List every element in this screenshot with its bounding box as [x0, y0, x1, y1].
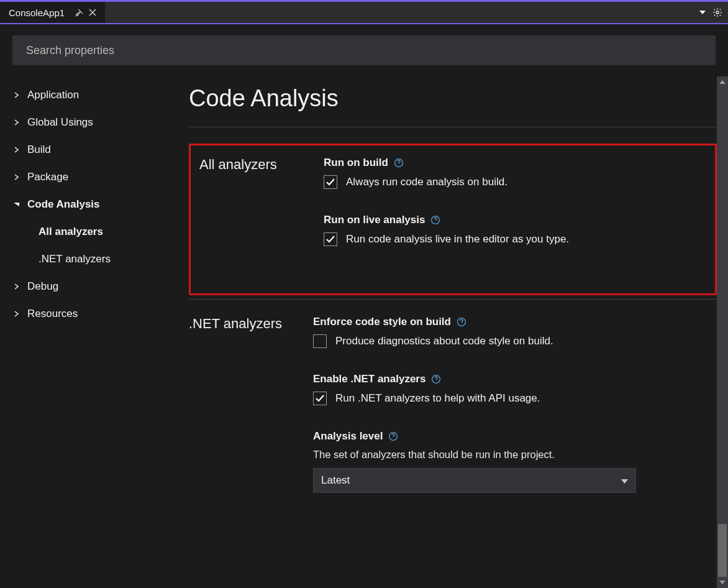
chevron-right-icon	[12, 92, 21, 98]
sidebar-item-label: Build	[27, 144, 51, 156]
field-enable-net: Enable .NET analyzers Run .NET analyzers…	[313, 373, 698, 405]
select-value: Latest	[321, 474, 350, 487]
checkbox-label: Run .NET analyzers to help with API usag…	[335, 392, 540, 405]
help-icon[interactable]	[430, 214, 441, 226]
sidebar-item-label: Code Analysis	[27, 198, 100, 211]
chevron-down-icon	[621, 474, 628, 487]
sidebar-item-label: Debug	[27, 280, 58, 293]
sidebar-subitem-all-analyzers[interactable]: All analyzers	[12, 218, 186, 246]
divider	[189, 299, 717, 300]
checkbox-label: Always run code analysis on build.	[346, 176, 507, 188]
checkbox-label: Produce diagnostics about code style on …	[335, 335, 553, 347]
close-icon[interactable]	[87, 7, 98, 18]
sidebar-item-label: Package	[27, 171, 68, 183]
main-panel: Code Analysis All analyzers Run on build	[186, 76, 728, 588]
section-heading-all-analyzers: All analyzers	[199, 157, 324, 252]
sidebar-item-code-analysis[interactable]: Code Analysis	[12, 191, 186, 218]
checkbox-run-on-live[interactable]	[324, 232, 337, 246]
sidebar-item-label: .NET analyzers	[39, 253, 111, 265]
help-icon[interactable]	[388, 431, 399, 442]
chevron-right-icon	[12, 311, 21, 317]
dropdown-icon[interactable]	[696, 6, 709, 19]
sidebar-item-debug[interactable]: Debug	[12, 273, 186, 300]
checkbox-run-on-build[interactable]	[324, 175, 337, 189]
chevron-down-icon	[12, 202, 21, 207]
field-title: Run on live analysis	[324, 214, 425, 226]
tab-bar: ConsoleApp1	[0, 2, 728, 23]
select-analysis-level[interactable]: Latest	[313, 468, 636, 493]
field-analysis-level: Analysis level The set of analyzers that…	[313, 430, 698, 493]
chevron-right-icon	[12, 283, 21, 290]
sidebar-item-resources[interactable]: Resources	[12, 300, 186, 328]
sidebar: Application Global Usings Build Package …	[0, 76, 186, 588]
search-input[interactable]	[12, 35, 716, 65]
field-title: Analysis level	[313, 430, 383, 443]
checkbox-enable-net[interactable]	[313, 392, 327, 405]
field-enforce-style: Enforce code style on build Produce diag…	[313, 316, 698, 348]
sidebar-subitem-net-analyzers[interactable]: .NET analyzers	[12, 246, 186, 273]
field-run-on-build: Run on build Always run code analysis on…	[324, 157, 688, 189]
field-title: Enforce code style on build	[313, 316, 451, 328]
highlight-all-analyzers: All analyzers Run on build	[189, 144, 717, 295]
chevron-right-icon	[12, 119, 21, 126]
chevron-right-icon	[12, 147, 21, 153]
field-description: The set of analyzers that should be run …	[313, 449, 698, 461]
sidebar-item-global-usings[interactable]: Global Usings	[12, 109, 186, 136]
scroll-up-icon[interactable]	[717, 76, 728, 88]
sidebar-item-label: Application	[27, 89, 79, 101]
scroll-down-icon[interactable]	[717, 577, 728, 588]
sidebar-item-label: All analyzers	[39, 226, 103, 238]
pin-icon[interactable]	[73, 7, 84, 18]
scroll-thumb[interactable]	[718, 524, 727, 580]
sidebar-item-label: Global Usings	[27, 116, 93, 129]
help-icon[interactable]	[430, 374, 442, 385]
page-title: Code Analysis	[189, 76, 717, 127]
field-run-on-live: Run on live analysis Run code analysis l…	[324, 214, 688, 246]
checkbox-enforce-style[interactable]	[313, 334, 327, 348]
field-title: Enable .NET analyzers	[313, 373, 425, 385]
sidebar-item-build[interactable]: Build	[12, 136, 186, 163]
help-icon[interactable]	[393, 157, 404, 168]
section-heading-net-analyzers: .NET analyzers	[189, 316, 313, 499]
sidebar-item-package[interactable]: Package	[12, 163, 186, 191]
svg-point-0	[716, 11, 719, 14]
sidebar-item-label: Resources	[27, 308, 78, 320]
divider	[189, 127, 717, 127]
tab-consoleapp1[interactable]: ConsoleApp1	[0, 2, 105, 23]
sidebar-item-application[interactable]: Application	[12, 81, 186, 109]
tab-title: ConsoleApp1	[9, 7, 65, 18]
checkbox-label: Run code analysis live in the editor as …	[346, 233, 569, 246]
gear-icon[interactable]	[711, 6, 724, 19]
field-title: Run on build	[324, 157, 388, 169]
help-icon[interactable]	[456, 316, 467, 328]
scrollbar[interactable]	[717, 76, 728, 588]
chevron-right-icon	[12, 174, 21, 180]
